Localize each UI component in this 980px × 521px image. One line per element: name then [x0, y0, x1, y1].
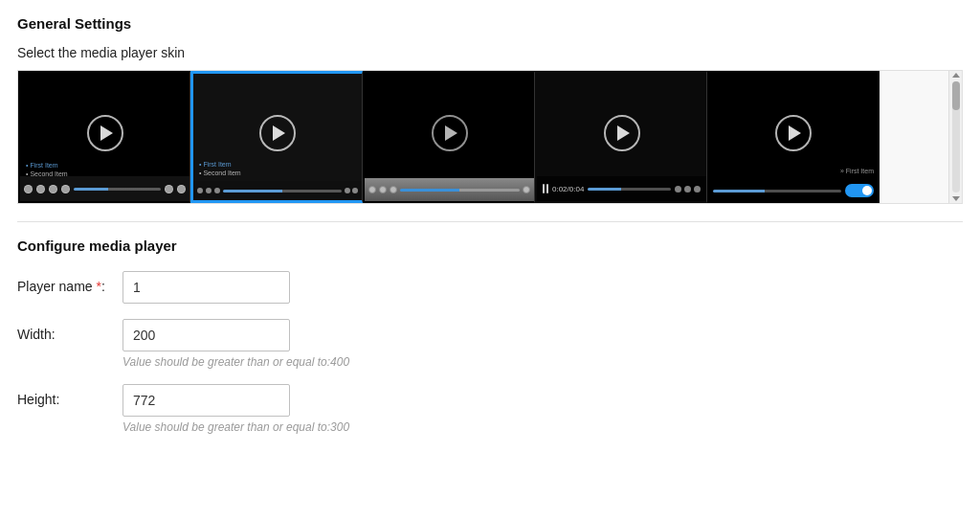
ctrl-dot-2b	[206, 188, 212, 193]
ctrl-dot-3a	[368, 186, 376, 193]
skin-item-1[interactable]: • First Item • Second Item	[18, 71, 190, 203]
triangle-4	[617, 125, 630, 141]
ctrl-dot-2a	[197, 188, 203, 193]
time-display-4: 0:02/0:04	[552, 185, 584, 193]
required-marker: *	[93, 279, 101, 294]
ctrl-dot-2c	[214, 188, 220, 193]
skin-item-5[interactable]: » First Item	[707, 71, 880, 203]
player-name-input[interactable]	[122, 271, 290, 304]
scrollbar-track	[952, 81, 960, 193]
play-icon-3	[432, 115, 468, 151]
skin-section: Select the media player skin • First Ite…	[17, 45, 963, 204]
playlist-item-1-1: • First Item	[24, 161, 186, 170]
player-name-label: Player name *:	[17, 271, 122, 294]
width-hint: Value should be greater than or equal to…	[122, 355, 349, 369]
scrollbar-down-arrow[interactable]	[952, 196, 960, 201]
triangle-3	[445, 125, 457, 141]
ctrl-dot-1d	[61, 185, 70, 193]
play-icon-1	[87, 115, 123, 151]
ctrl-dot-1c	[49, 185, 57, 193]
controls-bar-1	[20, 176, 189, 201]
skin-scroll-container: • First Item • Second Item	[17, 70, 963, 204]
scrollbar-up-arrow[interactable]	[952, 73, 960, 78]
play-icon-5	[775, 115, 812, 151]
height-field: Value should be greater than or equal to…	[122, 384, 349, 434]
height-label: Height:	[17, 384, 122, 407]
ctrl-dot-1e	[165, 185, 173, 193]
playlist-2: • First Item • Second Item	[197, 160, 358, 177]
scrollbar-thumb	[952, 81, 960, 110]
ctrl-progress-2	[223, 190, 342, 193]
first-item-text-5: » First Item	[840, 168, 874, 174]
width-label: Width:	[17, 319, 122, 342]
skin-section-label: Select the media player skin	[17, 45, 963, 60]
controls-bar-5	[709, 180, 878, 201]
menu-icon-4	[694, 186, 701, 193]
controls-bar-4: 0:02/0:04	[537, 176, 706, 201]
player-name-row: Player name *:	[17, 271, 963, 304]
triangle-5	[789, 125, 801, 141]
ctrl-dot-1f	[177, 185, 186, 193]
ctrl-dot-2d	[345, 188, 350, 193]
ctrl-group-4: 0:02/0:04	[543, 184, 584, 193]
skin-list: • First Item • Second Item	[18, 71, 948, 203]
controls-bar-2	[193, 181, 362, 200]
play-icon-4	[604, 115, 640, 151]
triangle-2	[273, 125, 285, 141]
ctrl-icons-4	[675, 186, 701, 193]
ctrl-dot-1b	[36, 185, 45, 193]
playlist-item-2-1: • First Item	[197, 160, 358, 169]
ctrl-dot-3c	[390, 186, 397, 193]
triangle-1	[100, 125, 113, 141]
skin-item-2[interactable]: • First Item • Second Item	[190, 71, 363, 203]
toggle-5	[845, 184, 874, 197]
pause-icon-4b	[546, 184, 548, 193]
section-divider	[17, 221, 963, 222]
skin-item-3[interactable]	[363, 71, 535, 203]
page-container: General Settings Select the media player…	[0, 0, 980, 521]
width-row: Width: Value should be greater than or e…	[17, 319, 963, 369]
vol-icon-4	[675, 186, 681, 193]
page-title: General Settings	[17, 15, 963, 32]
ctrl-progress-1	[74, 188, 161, 191]
width-field: Value should be greater than or equal to…	[122, 319, 349, 369]
height-input[interactable]	[122, 384, 290, 417]
configure-section: Configure media player Player name *: Wi…	[17, 238, 963, 434]
ctrl-icons-2	[345, 188, 358, 193]
configure-title: Configure media player	[17, 238, 963, 254]
ctrl-progress-3	[400, 189, 520, 192]
ctrl-dot-2e	[352, 188, 358, 193]
ctrl-progress-4	[588, 188, 671, 191]
ctrl-progress-5	[713, 190, 841, 193]
ctrl-dot-3b	[379, 186, 387, 193]
player-name-field	[122, 271, 290, 304]
height-row: Height: Value should be greater than or …	[17, 384, 963, 434]
width-input[interactable]	[122, 319, 290, 351]
skin-scrollbar[interactable]	[948, 71, 962, 203]
ctrl-dot-1a	[24, 185, 33, 193]
controls-bar-3	[365, 178, 534, 201]
ctrl-dot-3d	[523, 186, 530, 193]
fs-icon-4	[684, 186, 691, 193]
height-hint: Value should be greater than or equal to…	[122, 420, 349, 434]
pause-icon-4	[543, 184, 545, 193]
playlist-item-2-2: • Second Item	[197, 169, 358, 177]
skin-item-4[interactable]: 0:02/0:04	[535, 71, 707, 203]
play-icon-2	[259, 115, 296, 151]
